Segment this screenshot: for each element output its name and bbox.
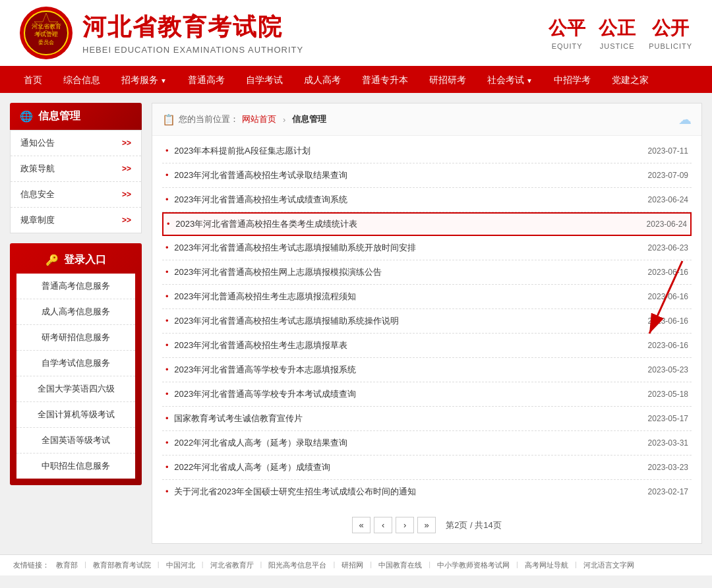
- nav-item-普通高考[interactable]: 普通高考: [177, 68, 235, 93]
- article-title-text[interactable]: 2023年河北省普通高校招生考试志愿填报辅助系统操作说明: [174, 316, 399, 326]
- first-page-btn[interactable]: «: [352, 517, 371, 533]
- article-title[interactable]: • 关于河北省2023年全国硕士研究生招生考试成绩公布时间的通知: [165, 486, 635, 498]
- nav-item-综合信息[interactable]: 综合信息: [53, 68, 111, 93]
- article-date: 2023-03-23: [648, 463, 688, 472]
- footer-link[interactable]: 教育部: [56, 560, 78, 570]
- article-title-text[interactable]: 2023年河北省普通高校招生考试成绩查询系统: [174, 194, 347, 204]
- footer-link[interactable]: 河北省教育厅: [210, 560, 254, 570]
- footer-link[interactable]: 中国教育在线: [378, 560, 422, 570]
- sidebar-info-item[interactable]: 通知公告>>: [11, 131, 141, 156]
- article-item: • 2023年河北省普通高校招生考试志愿填报辅助系统操作说明 2023-06-1…: [162, 309, 692, 334]
- breadcrumb-prefix: 您的当前位置：: [179, 113, 239, 125]
- bullet-icon: •: [165, 146, 169, 156]
- article-title-text[interactable]: 2023年河北省普通高校招生考试录取结果查询: [174, 170, 347, 180]
- login-menu-item[interactable]: 中职招生信息服务: [16, 454, 135, 479]
- article-title-text[interactable]: 2023年河北省普通高校招生网上志愿填报模拟演练公告: [174, 267, 382, 277]
- article-title-text[interactable]: 2023年河北省普通高等学校专升本考试成绩查询: [174, 389, 356, 399]
- nav-item-首页[interactable]: 首页: [13, 68, 53, 93]
- article-title-text[interactable]: 关于河北省2023年全国硕士研究生招生考试成绩公布时间的通知: [174, 486, 416, 496]
- breadcrumb-home[interactable]: 网站首页: [242, 113, 276, 125]
- breadcrumb-icon: 📋: [162, 113, 175, 126]
- sidebar-info-label: 规章制度: [20, 214, 55, 226]
- article-date: 2023-02-17: [648, 487, 688, 496]
- footer-link[interactable]: 中小学教师资格考试网: [437, 560, 510, 570]
- nav-item-成人高考[interactable]: 成人高考: [293, 68, 351, 93]
- bullet-icon: •: [165, 170, 169, 180]
- nav-item-招考服务[interactable]: 招考服务▼: [111, 68, 177, 93]
- article-title-text[interactable]: 2022年河北省成人高考（延考）录取结果查询: [174, 438, 347, 448]
- article-title-text[interactable]: 国家教育考试考生诚信教育宣传片: [174, 413, 303, 423]
- content-wrapper: 📋 您的当前位置： 网站首页 › 信息管理 ☁ • 2023年本科提前批A段征集…: [152, 103, 702, 544]
- article-title-text[interactable]: 2023年河北普通高校招生考生志愿填报流程须知: [174, 291, 356, 301]
- article-date: 2023-03-31: [648, 438, 688, 448]
- login-menu-item[interactable]: 研考研招信息服务: [16, 325, 135, 351]
- article-item: • 国家教育考试考生诚信教育宣传片 2023-05-17: [162, 407, 692, 431]
- article-title[interactable]: • 2023年河北省普通高校招生考试志愿填报辅助系统操作说明: [165, 315, 635, 327]
- article-title[interactable]: • 2023年河北普通高校招生考生志愿填报流程须知: [165, 291, 635, 303]
- sidebar-arrows-icon: >>: [122, 164, 131, 173]
- article-title-text[interactable]: 2023年河北省普通高等学校专升本志愿填报系统: [174, 365, 356, 374]
- next-page-btn[interactable]: ›: [396, 517, 414, 533]
- footer-sep: |: [370, 560, 372, 570]
- header-title: 河北省教育考试院 HEBEI EDUCATION EXAMINATIONS AU…: [82, 11, 303, 55]
- footer-link[interactable]: 河北语言文字网: [583, 560, 634, 570]
- article-title[interactable]: • 2023年河北省普通高等学校专升本考试成绩查询: [165, 388, 635, 400]
- footer-sep: |: [516, 560, 518, 570]
- article-title-text[interactable]: 2022年河北省成人高考（延考）成绩查询: [174, 462, 330, 472]
- login-menu-item[interactable]: 全国英语等级考试: [16, 428, 135, 454]
- bullet-icon: •: [165, 194, 169, 204]
- article-title-text[interactable]: 2023年河北省普通高校招生各类考生成绩统计表: [175, 219, 357, 229]
- article-title[interactable]: • 2023年河北省普通高校招生考试成绩查询系统: [165, 194, 635, 206]
- prev-page-btn[interactable]: ‹: [374, 517, 392, 533]
- article-title[interactable]: • 国家教育考试考生诚信教育宣传片: [165, 413, 635, 425]
- last-page-btn[interactable]: »: [417, 517, 436, 533]
- footer-link[interactable]: 教育部教育考试院: [93, 560, 151, 570]
- footer-link[interactable]: 阳光高考信息平台: [268, 560, 326, 570]
- login-menu-item[interactable]: 成人高考信息服务: [16, 299, 135, 325]
- article-date: 2023-06-16: [648, 316, 688, 326]
- login-menu-item[interactable]: 普通高考信息服务: [16, 274, 135, 299]
- article-title[interactable]: • 2023年河北省普通高校招生各类考生成绩统计表: [167, 218, 634, 230]
- article-title-text[interactable]: 2023年河北省普通高校招生考试志愿填报辅助系统开放时间安排: [174, 243, 416, 252]
- article-title[interactable]: • 2023年本科提前批A段征集志愿计划: [165, 145, 635, 157]
- sidebar-info-item[interactable]: 信息安全>>: [11, 182, 141, 208]
- motto-cn: 公开: [652, 16, 689, 41]
- login-menu-item[interactable]: 自学考试信息服务: [16, 351, 135, 376]
- login-menu-item[interactable]: 全国大学英语四六级: [16, 376, 135, 402]
- article-title[interactable]: • 2022年河北省成人高考（延考）成绩查询: [165, 461, 635, 473]
- article-item: • 2023年河北省普通高等学校专升本志愿填报系统 2023-05-23: [162, 358, 692, 382]
- bullet-icon: •: [165, 486, 169, 496]
- article-title[interactable]: • 2023年河北省普通高校招生考试志愿填报辅助系统开放时间安排: [165, 242, 635, 254]
- sidebar-info-item[interactable]: 政策导航>>: [11, 156, 141, 182]
- svg-text:河北省教育: 河北省教育: [32, 23, 61, 30]
- nav-item-研招研考[interactable]: 研招研考: [419, 68, 477, 93]
- nav-item-社会考试[interactable]: 社会考试▼: [477, 68, 543, 93]
- article-title-text[interactable]: 2023年河北省普通高校招生考生志愿填报草表: [174, 340, 347, 350]
- sidebar-arrows-icon: >>: [122, 216, 131, 225]
- footer-link[interactable]: 高考网址导航: [525, 560, 568, 570]
- article-item: • 2023年河北省普通高校招生考试成绩查询系统 2023-06-24: [162, 188, 692, 212]
- article-title[interactable]: • 2023年河北省普通高校招生网上志愿填报模拟演练公告: [165, 266, 635, 278]
- article-date: 2023-06-24: [647, 220, 687, 229]
- nav-item-普通专升本[interactable]: 普通专升本: [351, 68, 419, 93]
- bullet-icon: •: [165, 243, 169, 252]
- login-menu-item[interactable]: 全国计算机等级考试: [16, 402, 135, 428]
- nav-item-党建之家[interactable]: 党建之家: [601, 68, 659, 93]
- article-title[interactable]: • 2023年河北省普通高校招生考试录取结果查询: [165, 169, 635, 181]
- article-title[interactable]: • 2023年河北省普通高等学校专升本志愿填报系统: [165, 364, 635, 376]
- article-title-text[interactable]: 2023年本科提前批A段征集志愿计划: [174, 146, 311, 156]
- nav-item-自学考试[interactable]: 自学考试: [235, 68, 293, 93]
- header-title-en: HEBEI EDUCATION EXAMINATIONS AUTHORITY: [82, 45, 303, 55]
- nav-item-中招学考[interactable]: 中招学考: [543, 68, 601, 93]
- article-title[interactable]: • 2022年河北省成人高考（延考）录取结果查询: [165, 437, 635, 449]
- article-date: 2023-05-18: [648, 390, 688, 399]
- article-item: • 2023年河北省普通高校招生考生志愿填报草表 2023-06-16: [162, 334, 692, 358]
- footer-link[interactable]: 中国河北: [166, 560, 195, 570]
- sidebar-arrows-icon: >>: [122, 190, 131, 199]
- sidebar-info-item[interactable]: 规章制度>>: [11, 208, 141, 233]
- footer-sep: |: [202, 560, 204, 570]
- footer-link[interactable]: 研招网: [341, 560, 363, 570]
- article-title[interactable]: • 2023年河北省普通高校招生考生志愿填报草表: [165, 339, 635, 351]
- nav-arrow-icon: ▼: [526, 77, 533, 84]
- motto-cn: 公正: [599, 16, 636, 41]
